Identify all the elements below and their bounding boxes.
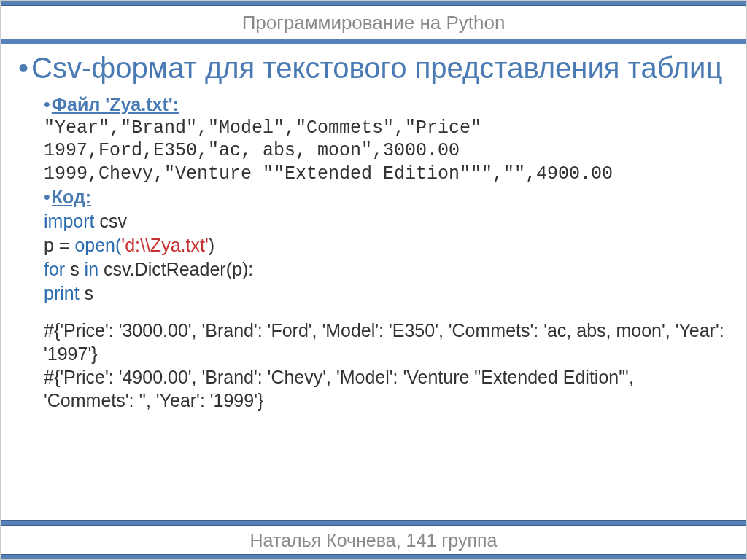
slide-title: Csv-формат для текстового представления … — [18, 52, 725, 84]
code-import: import csv — [44, 209, 725, 233]
output-line-1: #{'Price': '3000.00', 'Brand': 'Ford', '… — [44, 319, 725, 365]
code-label: Код: — [52, 187, 91, 207]
mod-csv: csv — [99, 211, 127, 231]
kw-for: for — [44, 259, 65, 279]
open-arg: 'd:\\Zya.txt' — [121, 235, 208, 255]
print-arg: s — [80, 283, 93, 303]
assign: p = — [44, 235, 74, 255]
page-header: Программирование на Python — [0, 6, 747, 39]
file-line-3: 1999,Chevy,"Venture ""Extended Edition""… — [44, 163, 725, 185]
code-print: print s — [44, 281, 725, 306]
file-label-line: Файл 'Zya.txt': — [44, 93, 725, 117]
output-line-2: #{'Price': '4900.00', 'Brand': 'Chevy', … — [44, 365, 725, 412]
top-stripe-2 — [0, 39, 747, 44]
file-label: Файл 'Zya.txt': — [52, 94, 179, 114]
code-bullet — [44, 187, 52, 207]
kw-in: in — [85, 259, 98, 279]
dictreader: csv.DictReader(p): — [98, 259, 253, 279]
bottom-stripe-2 — [0, 554, 747, 560]
file-bullet — [44, 94, 52, 114]
file-line-1: "Year","Brand","Model","Commets","Price" — [44, 117, 725, 139]
for-var: s — [65, 259, 84, 279]
title-bullet — [18, 52, 31, 84]
open-close: ) — [209, 235, 214, 255]
file-line-2: 1997,Ford,E350,"ac, abs, moon",3000.00 — [44, 139, 725, 162]
open-fn: open( — [74, 235, 121, 255]
top-stripe-1 — [0, 0, 747, 6]
code-open: p = open('d:\\Zya.txt') — [44, 233, 725, 257]
kw-import: import — [44, 211, 94, 231]
page-footer: Наталья Кочнева, 141 группа — [0, 526, 747, 554]
slide-content: Csv-формат для текстового представления … — [0, 44, 747, 419]
code-label-line: Код: — [44, 185, 725, 209]
title-text: Csv-формат для текстового представления … — [31, 52, 722, 84]
code-for: for s in csv.DictReader(p): — [44, 257, 725, 281]
output-block: #{'Price': '3000.00', 'Brand': 'Ford', '… — [44, 319, 725, 412]
body-content: Файл 'Zya.txt': "Year","Brand","Model","… — [18, 93, 725, 412]
bottom-stripe-1 — [0, 520, 747, 526]
kw-print: print — [44, 283, 80, 303]
